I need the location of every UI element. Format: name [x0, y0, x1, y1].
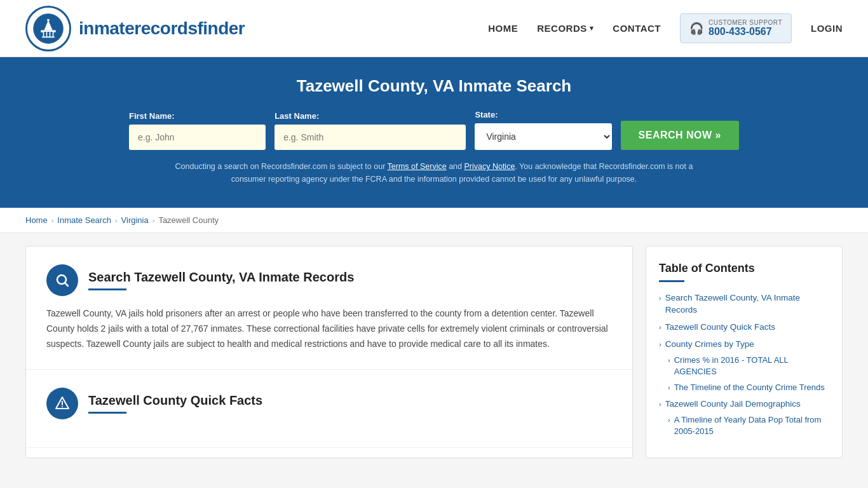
toc-item-4: › Tazewell County Jail Demographics › A … — [659, 398, 829, 437]
nav-contact[interactable]: CONTACT — [613, 23, 661, 34]
section1-header: Search Tazewell County, VA Inmate Record… — [46, 264, 612, 296]
tos-link[interactable]: Terms of Service — [388, 162, 447, 171]
state-group: State: Virginia Alabama Alaska Californi… — [475, 110, 611, 150]
section2-title: Tazewell County Quick Facts — [88, 393, 262, 408]
toc-item-3: › County Crimes by Type › Crimes % in 20… — [659, 339, 829, 393]
toc-sublist-2: › A Timeline of Yearly Data Pop Total fr… — [668, 414, 829, 437]
toc-sub-chevron-3: › — [668, 416, 670, 425]
toc-chevron-4: › — [659, 400, 661, 409]
section-search-records: Search Tazewell County, VA Inmate Record… — [26, 247, 632, 370]
nav-records[interactable]: RECORDS ▾ — [537, 23, 593, 34]
toc-list: › Search Tazewell County, VA Inmate Reco… — [659, 292, 829, 437]
firstname-input[interactable] — [129, 125, 266, 150]
section1-title: Search Tazewell County, VA Inmate Record… — [88, 270, 354, 285]
lastname-label: Last Name: — [275, 111, 466, 121]
toc-sub-item-1: › Crimes % in 2016 - TOTAL ALL AGENCIES — [668, 355, 829, 377]
firstname-group: First Name: — [129, 111, 266, 150]
toc-chevron-3: › — [659, 340, 661, 349]
toc-sub-chevron-1: › — [668, 356, 670, 365]
search-form: First Name: Last Name: State: Virginia A… — [129, 110, 739, 150]
svg-line-10 — [65, 283, 69, 287]
logo-area: inmaterecordsfinder — [25, 6, 245, 51]
firstname-label: First Name: — [129, 111, 266, 121]
toc-link-4[interactable]: › Tazewell County Jail Demographics — [659, 398, 829, 410]
svg-point-12 — [62, 406, 63, 407]
support-label: CUSTOMER SUPPORT — [709, 19, 782, 26]
toc-sub-link-3[interactable]: › A Timeline of Yearly Data Pop Total fr… — [668, 414, 829, 437]
toc-link-3[interactable]: › County Crimes by Type — [659, 339, 829, 351]
toc-chevron-1: › — [659, 294, 661, 303]
section2-underline — [88, 412, 126, 414]
breadcrumb: Home › Inmate Search › Virginia › Tazewe… — [0, 208, 868, 233]
customer-support[interactable]: 🎧 CUSTOMER SUPPORT 800-433-0567 — [680, 13, 792, 43]
state-select[interactable]: Virginia Alabama Alaska California — [475, 123, 611, 150]
section2-title-block: Tazewell County Quick Facts — [88, 393, 262, 414]
table-of-contents: Table of Contents › Search Tazewell Coun… — [646, 246, 843, 458]
section1-title-block: Search Tazewell County, VA Inmate Record… — [88, 270, 354, 290]
main-content: Search Tazewell County, VA Inmate Record… — [0, 246, 868, 458]
quick-facts-icon — [46, 388, 78, 419]
headset-icon: 🎧 — [689, 22, 703, 36]
main-nav: HOME RECORDS ▾ CONTACT 🎧 CUSTOMER SUPPOR… — [488, 13, 843, 43]
section-quick-facts: Tazewell County Quick Facts — [26, 370, 632, 448]
toc-sub-link-1[interactable]: › Crimes % in 2016 - TOTAL ALL AGENCIES — [668, 355, 829, 377]
search-disclaimer: Conducting a search on Recordsfinder.com… — [173, 160, 695, 186]
nav-home[interactable]: HOME — [488, 23, 518, 34]
search-button[interactable]: SEARCH NOW » — [621, 121, 739, 150]
toc-title: Table of Contents — [659, 262, 829, 275]
toc-sublist: › Crimes % in 2016 - TOTAL ALL AGENCIES … — [668, 355, 829, 394]
breadcrumb-home[interactable]: Home — [25, 215, 48, 225]
toc-link-2[interactable]: › Tazewell County Quick Facts — [659, 322, 829, 334]
toc-link-1[interactable]: › Search Tazewell County, VA Inmate Reco… — [659, 292, 829, 316]
svg-rect-8 — [42, 36, 55, 37]
privacy-link[interactable]: Privacy Notice — [464, 162, 515, 171]
content-left: Search Tazewell County, VA Inmate Record… — [25, 246, 633, 458]
logo-text: inmaterecordsfinder — [79, 18, 245, 39]
breadcrumb-virginia[interactable]: Virginia — [121, 215, 149, 225]
toc-underline — [659, 280, 684, 282]
svg-rect-4 — [47, 19, 49, 21]
lastname-group: Last Name: — [275, 111, 466, 150]
breadcrumb-sep-1: › — [51, 217, 54, 224]
toc-sub-item-3: › A Timeline of Yearly Data Pop Total fr… — [668, 414, 829, 437]
logo-icon — [25, 6, 71, 51]
breadcrumb-sep-2: › — [115, 217, 118, 224]
toc-item-1: › Search Tazewell County, VA Inmate Reco… — [659, 292, 829, 316]
section2-header: Tazewell County Quick Facts — [46, 388, 612, 419]
records-chevron: ▾ — [590, 24, 594, 32]
section1-underline — [88, 288, 126, 290]
search-section-icon — [46, 264, 78, 296]
site-header: inmaterecordsfinder HOME RECORDS ▾ CONTA… — [0, 0, 868, 57]
support-text: CUSTOMER SUPPORT 800-433-0567 — [709, 19, 782, 37]
search-hero: Tazewell County, VA Inmate Search First … — [0, 57, 868, 208]
breadcrumb-current: Tazewell County — [158, 215, 219, 225]
section1-body: Tazewell County, VA jails hold prisoners… — [46, 306, 612, 351]
toc-chevron-2: › — [659, 323, 661, 332]
breadcrumb-sep-3: › — [153, 217, 155, 224]
toc-sub-chevron-2: › — [668, 383, 670, 393]
toc-sub-item-2: › The Timeline of the County Crime Trend… — [668, 382, 829, 393]
state-label: State: — [475, 110, 611, 119]
lastname-input[interactable] — [275, 125, 466, 150]
toc-sub-link-2[interactable]: › The Timeline of the County Crime Trend… — [668, 382, 829, 393]
toc-item-2: › Tazewell County Quick Facts — [659, 322, 829, 334]
breadcrumb-inmate-search[interactable]: Inmate Search — [57, 215, 111, 225]
search-title: Tazewell County, VA Inmate Search — [25, 76, 843, 96]
support-number: 800-433-0567 — [709, 26, 782, 37]
login-button[interactable]: LOGIN — [811, 23, 843, 34]
